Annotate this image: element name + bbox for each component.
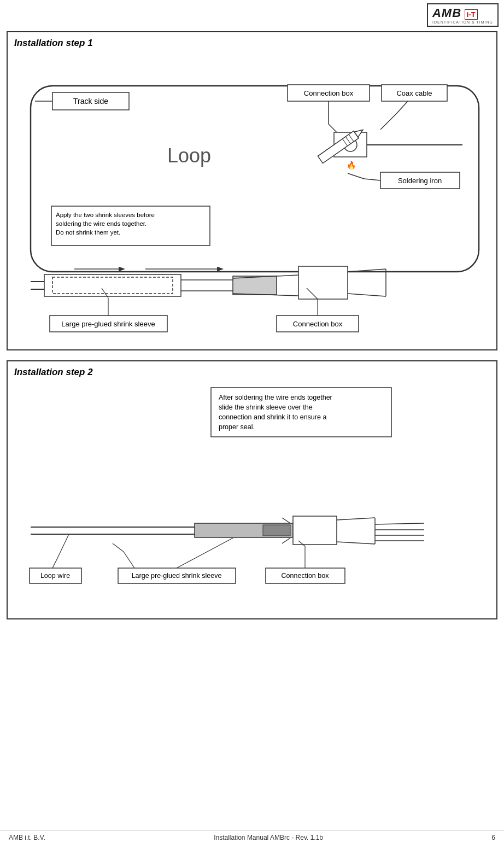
- svg-line-78: [177, 538, 233, 568]
- svg-text:Coax cable: Coax cable: [396, 89, 432, 97]
- svg-line-16: [380, 113, 397, 130]
- svg-text:Connection box: Connection box: [282, 572, 330, 580]
- svg-line-20: [348, 173, 364, 179]
- logo-sub: Identification & Timing: [432, 20, 493, 24]
- svg-text:Large pre-glued shrink sleeve: Large pre-glued shrink sleeve: [132, 572, 222, 580]
- footer-left: AMB i.t. B.V.: [9, 834, 45, 841]
- svg-text:Apply the two shrink sleeves b: Apply the two shrink sleeves before: [56, 212, 155, 218]
- svg-line-19: [364, 179, 380, 180]
- step1-box: Installation step 1 Track side Loop Appl…: [7, 31, 497, 350]
- svg-rect-62: [293, 516, 337, 545]
- step1-title: Installation step 1: [14, 38, 490, 49]
- svg-line-41: [348, 294, 386, 296]
- svg-text:proper seal.: proper seal.: [219, 423, 255, 431]
- svg-text:Soldering iron: Soldering iron: [398, 177, 442, 185]
- svg-rect-32: [52, 277, 173, 294]
- step2-box: Installation step 2 After soldering the …: [7, 360, 497, 619]
- svg-text:soldering the wire ends togeth: soldering the wire ends together.: [56, 220, 146, 227]
- svg-rect-39: [298, 266, 348, 299]
- svg-text:After soldering the wire ends : After soldering the wire ends together: [219, 394, 332, 401]
- svg-text:connection and shrink it to en: connection and shrink it to ensure a: [219, 413, 326, 421]
- header: AMB i-T Identification & Timing: [0, 0, 504, 29]
- footer-center: Installation Manual AMBrc - Rev. 1.1b: [214, 834, 323, 841]
- svg-text:🔥: 🔥: [347, 161, 356, 170]
- step1-diagram: Track side Loop Apply the two shrink sle…: [14, 53, 490, 343]
- footer: AMB i.t. B.V. Installation Manual AMBrc …: [0, 830, 504, 841]
- svg-line-71: [282, 538, 290, 543]
- svg-line-64: [337, 542, 375, 544]
- svg-line-83: [124, 552, 134, 568]
- svg-text:Connection box: Connection box: [293, 320, 343, 328]
- svg-line-73: [52, 557, 58, 568]
- step2-diagram: After soldering the wire ends together s…: [14, 382, 490, 612]
- svg-line-66: [375, 523, 424, 524]
- svg-rect-34: [233, 276, 277, 295]
- svg-text:Do not shrink them yet.: Do not shrink them yet.: [56, 229, 120, 236]
- svg-text:Loop wire: Loop wire: [40, 572, 70, 580]
- svg-line-63: [337, 518, 375, 520]
- svg-text:Track side: Track side: [73, 97, 108, 106]
- svg-rect-61: [263, 525, 290, 536]
- logo-text: AMB: [432, 6, 461, 20]
- svg-line-72: [58, 534, 69, 557]
- step2-title: Installation step 2: [14, 367, 490, 378]
- logo: AMB i-T Identification & Timing: [427, 3, 499, 27]
- footer-right: 6: [491, 834, 495, 841]
- svg-text:Large pre-glued shrink sleeve: Large pre-glued shrink sleeve: [61, 320, 155, 328]
- svg-text:Loop: Loop: [167, 144, 211, 167]
- svg-line-15: [397, 101, 408, 113]
- main-content: Installation step 1 Track side Loop Appl…: [0, 29, 504, 635]
- svg-text:slide the shrink sleeve over t: slide the shrink sleeve over the: [219, 403, 313, 411]
- svg-text:Connection box: Connection box: [304, 89, 354, 97]
- svg-line-70: [282, 518, 290, 523]
- svg-line-84: [113, 543, 124, 552]
- logo-it: i-T: [465, 9, 478, 20]
